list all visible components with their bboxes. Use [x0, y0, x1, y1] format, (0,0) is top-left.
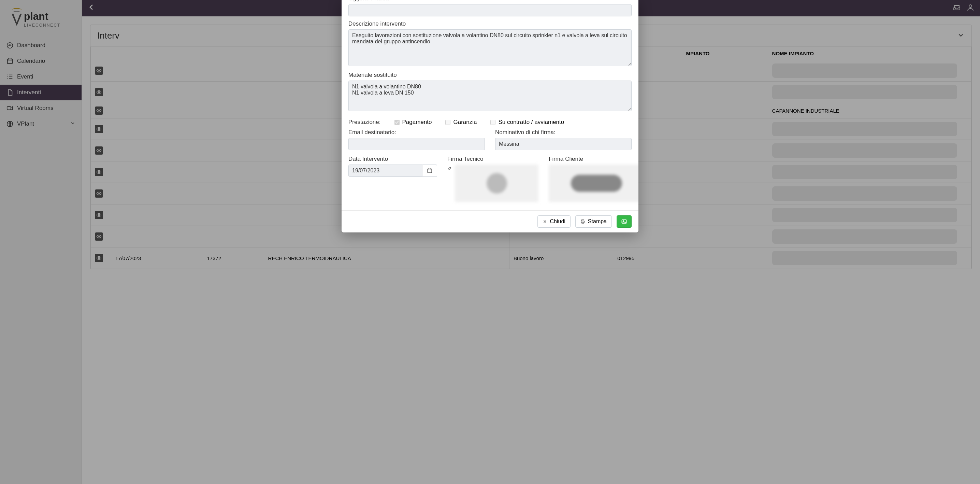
- stampa-label: Stampa: [588, 218, 607, 224]
- svg-rect-19: [581, 220, 584, 221]
- pagamento-label: Pagamento: [402, 119, 432, 126]
- print-icon: [581, 219, 585, 224]
- image-icon: [621, 218, 627, 224]
- firma-cliente-label: Firma Cliente: [549, 156, 638, 162]
- pagamento-check[interactable]: Pagamento: [395, 119, 432, 126]
- garanzia-check[interactable]: Garanzia: [445, 119, 477, 126]
- firma-tecnico-label: Firma Tecnico: [447, 156, 538, 162]
- calendar-icon: [426, 167, 433, 174]
- chiudi-button[interactable]: Chiudi: [538, 215, 571, 228]
- data-label: Data Intervento: [348, 156, 437, 162]
- date-picker-button[interactable]: [422, 164, 437, 177]
- nominativo-label: Nominativo di chi firma:: [495, 129, 632, 136]
- image-button[interactable]: [617, 215, 632, 228]
- firma-cliente-image: [549, 164, 638, 202]
- descrizione-field[interactable]: [348, 29, 632, 66]
- chiudi-label: Chiudi: [550, 218, 565, 224]
- email-field[interactable]: [348, 138, 485, 150]
- oggetto-field[interactable]: [348, 4, 632, 16]
- edit-icon: [447, 166, 452, 171]
- data-intervento-field[interactable]: [348, 164, 422, 177]
- pagamento-checkbox[interactable]: [395, 120, 399, 125]
- materiale-field[interactable]: [348, 81, 632, 111]
- modal-footer: Chiudi Stampa: [342, 210, 638, 232]
- firma-tecnico-image: [455, 164, 538, 202]
- prestazione-row: Prestazione: Pagamento Garanzia Su contr…: [348, 117, 632, 129]
- intervento-modal: Oggetto Pratica Descrizione intervento M…: [342, 0, 638, 232]
- prestazione-label: Prestazione:: [348, 119, 381, 126]
- email-label: Email destinatario:: [348, 129, 485, 136]
- edit-signature-button[interactable]: [447, 166, 452, 172]
- close-icon: [542, 219, 547, 224]
- garanzia-checkbox[interactable]: [445, 120, 450, 125]
- nominativo-field[interactable]: [495, 138, 632, 150]
- svg-rect-18: [428, 169, 432, 173]
- contratto-check[interactable]: Su contratto / avviamento: [490, 119, 564, 126]
- descrizione-label: Descrizione intervento: [348, 21, 632, 27]
- stampa-button[interactable]: Stampa: [575, 215, 612, 228]
- materiale-label: Materiale sostituito: [348, 72, 632, 78]
- contratto-label: Su contratto / avviamento: [498, 119, 564, 126]
- contratto-checkbox[interactable]: [490, 120, 495, 125]
- garanzia-label: Garanzia: [453, 119, 477, 126]
- oggetto-label: Oggetto Pratica: [348, 0, 632, 2]
